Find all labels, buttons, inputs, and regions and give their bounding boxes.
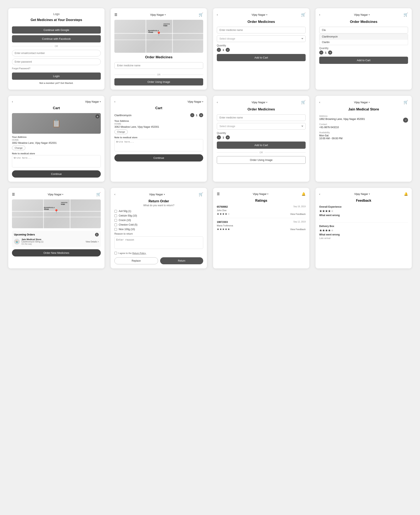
change-address-button[interactable]: Change <box>114 130 128 134</box>
autocomplete-item-claritin[interactable]: Claritin <box>319 40 408 45</box>
location-selector[interactable]: Vijay Nagar ▾ <box>252 13 267 16</box>
continue-button[interactable]: Continue <box>12 170 101 177</box>
location-selector[interactable]: Vijay Nagar ▾ <box>252 101 267 104</box>
location-selector[interactable]: Vijay Nagar ▾ <box>188 100 203 103</box>
replace-button[interactable]: Replace <box>114 257 158 264</box>
order-image-button[interactable]: Order Using Image <box>114 78 203 86</box>
map-navigate-button[interactable]: ↗ <box>403 118 408 123</box>
qty-increase-button[interactable]: + <box>328 51 332 55</box>
location-selector[interactable]: Vijay Nagar ▾ <box>150 13 166 16</box>
view-details-link[interactable]: View Details > <box>86 241 99 243</box>
add-to-cart-button[interactable]: Add to Cart <box>217 54 306 61</box>
cart-icon[interactable]: 🛒 <box>96 192 101 197</box>
autocomplete-dropdown: Clarithromycin Claritin <box>319 34 408 45</box>
overall-label: Overall Experience <box>319 205 408 208</box>
header-bar: ‹ Vijay Nagar ▾ <box>114 100 203 103</box>
item5-checkbox[interactable] <box>114 228 117 231</box>
location-selector[interactable]: Vijay Nagar ▾ <box>354 101 370 104</box>
bell-icon[interactable]: 🔔 <box>301 192 306 196</box>
qty-decrease-button[interactable]: − <box>217 48 221 52</box>
location-selector[interactable]: Vijay Nagar ▾ <box>85 100 101 103</box>
medicine-name-input[interactable] <box>217 27 306 33</box>
screen-order-or: ‹ Vijay Nagar ▾ 🛒 Order Medicines Select… <box>213 96 309 182</box>
return-subtitle: What do you want to return? <box>114 204 203 207</box>
medicine-name-input[interactable] <box>114 62 203 69</box>
return-policy-link[interactable]: Return Policy. <box>132 252 146 254</box>
view-feedback-link-2[interactable]: View Feedback <box>290 228 306 230</box>
item4-label: Cheston Cold (5) <box>119 223 137 226</box>
location-selector[interactable]: Vijay Nagar ▾ <box>354 192 370 196</box>
item3-checkbox[interactable] <box>114 219 117 222</box>
menu-icon[interactable]: ☰ <box>114 13 117 17</box>
cart-icon[interactable]: 🛒 <box>301 100 306 104</box>
medicine-name-input[interactable] <box>217 114 306 121</box>
cart-qty-decrease[interactable]: − <box>190 113 194 117</box>
cart-qty-increase[interactable]: + <box>199 113 203 117</box>
add-to-cart-button[interactable]: Add to Cart <box>217 141 306 149</box>
back-button[interactable]: ‹ <box>319 13 320 16</box>
return-button[interactable]: Return <box>160 257 203 264</box>
login-button[interactable]: Login <box>12 73 101 80</box>
autocomplete-item-clarithromycin[interactable]: Clarithromycin <box>319 34 408 40</box>
cart-icon[interactable]: 🛒 <box>301 12 306 17</box>
address-row: 1892 Browning Lane, Vijay Nagar 452001 ↗ <box>319 118 408 120</box>
back-button[interactable]: ‹ <box>217 13 218 16</box>
back-button[interactable]: ‹ <box>217 101 218 104</box>
note-input[interactable] <box>114 139 203 151</box>
forgot-password-link[interactable]: Forgot Password? <box>12 67 101 70</box>
back-button[interactable]: ‹ <box>114 100 115 103</box>
view-feedback-link-1[interactable]: View Feedback <box>290 213 306 215</box>
back-button[interactable]: ‹ <box>12 100 13 103</box>
bell-icon[interactable]: 🔔 <box>404 192 408 196</box>
map-inner: BHAWRASLAभौंरासला JAKHYAजाखया 📍 <box>12 199 101 228</box>
change-address-button[interactable]: Change <box>12 146 25 150</box>
rating-stars-1: ★★★★★ <box>217 212 230 215</box>
what-went-wrong-value-1: - <box>319 218 408 220</box>
facebook-login-button[interactable]: Continue with Facebook <box>12 35 101 43</box>
reason-input[interactable] <box>114 236 203 249</box>
location-selector[interactable]: Vijay Nagar ▾ <box>149 193 165 196</box>
order-new-medicines-button[interactable]: Order New Medicines <box>12 249 101 257</box>
menu-icon[interactable]: ☰ <box>217 192 220 196</box>
item2-checkbox[interactable] <box>114 214 117 217</box>
cart-icon[interactable]: 🛒 <box>199 12 203 17</box>
google-login-button[interactable]: Continue with Google <box>12 26 101 34</box>
cart-icon[interactable]: 🛒 <box>404 100 408 104</box>
add-to-cart-button[interactable]: Add to Cart <box>319 57 408 64</box>
email-input[interactable] <box>12 50 101 56</box>
dosage-select[interactable]: Select dosage <box>217 123 306 130</box>
location-selector[interactable]: Vijay Nagar ▾ <box>354 13 370 16</box>
medicine-name-input[interactable] <box>319 27 408 33</box>
qty-decrease-button[interactable]: − <box>319 51 323 55</box>
what-went-wrong-label-2: What went wrong <box>319 233 408 236</box>
back-button[interactable]: ‹ <box>319 101 320 104</box>
map-inner: BHAWRASLAभौंरासला JAKHYAजाखया 📍 <box>114 20 203 53</box>
qty-increase-button[interactable]: + <box>226 135 230 140</box>
qty-decrease-button[interactable]: − <box>217 135 221 140</box>
menu-icon[interactable]: ☰ <box>12 192 15 196</box>
password-input[interactable] <box>12 59 101 65</box>
quantity-row: − 1 + <box>319 51 408 55</box>
item4-checkbox[interactable] <box>114 223 117 226</box>
item1-checkbox[interactable] <box>114 210 117 213</box>
cart-icon[interactable]: 🛒 <box>199 192 203 197</box>
continue-button[interactable]: Continue <box>114 154 203 162</box>
image-placeholder-icon: 📋 <box>52 119 61 128</box>
delivery-stars: ★★★★★ <box>319 228 408 232</box>
return-items-list: Avil 50g (1) Cetrizin 50g (10) Crocin (1… <box>114 210 203 231</box>
back-button[interactable]: ‹ <box>319 192 320 196</box>
header-bar: ‹ Vijay Nagar ▾ 🛒 <box>319 100 408 104</box>
qty-increase-button[interactable]: + <box>226 48 230 52</box>
location-selector[interactable]: Vijay Nagar ▾ <box>48 193 63 196</box>
cart-icon[interactable]: 🛒 <box>404 12 408 17</box>
back-button[interactable]: ‹ <box>114 193 115 196</box>
note-input[interactable] <box>12 155 101 168</box>
dosage-select[interactable]: Select dosage <box>217 36 306 42</box>
location-chevron: ▾ <box>266 14 267 16</box>
location-selector[interactable]: Vijay Nagar ▾ <box>253 192 269 196</box>
return-title: Return Order <box>114 199 203 203</box>
location-chevron: ▾ <box>267 193 268 195</box>
policy-checkbox[interactable] <box>114 252 117 254</box>
order-image-button[interactable]: Order Using Image <box>217 156 306 164</box>
upcoming-header: Upcoming Orders 1 <box>14 233 99 236</box>
